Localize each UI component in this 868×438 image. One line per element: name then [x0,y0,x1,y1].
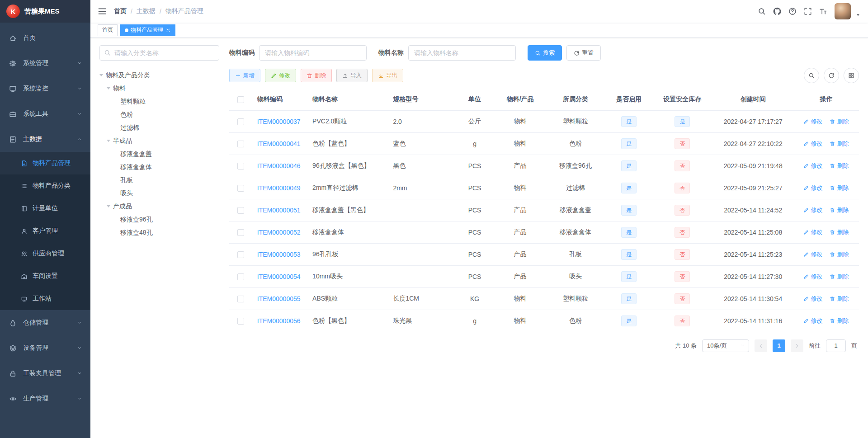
view-tag-active[interactable]: 物料产品管理 [120,24,175,36]
close-icon[interactable] [165,28,171,33]
edit-row-button[interactable]: 修改 [803,317,822,325]
row-checkbox[interactable] [237,296,244,302]
item-code-link[interactable]: ITEM00000052 [257,229,301,236]
sidebar-subitem[interactable]: 工作站 [0,287,90,310]
page-1-button[interactable]: 1 [773,339,785,352]
row-checkbox[interactable] [237,273,244,280]
tree-node[interactable]: 色粉 [99,108,219,121]
toolbar-search-button[interactable] [804,68,819,83]
user-avatar[interactable] [835,3,851,19]
delete-row-button[interactable]: 删除 [830,273,849,281]
sidebar-item[interactable]: 主数据 [0,127,90,152]
reset-button[interactable]: 重置 [566,45,601,61]
prev-page-button[interactable] [755,339,767,352]
fontsize-icon[interactable] [819,7,827,15]
question-icon[interactable] [788,7,797,15]
sidebar-item[interactable]: 生产管理 [0,386,90,411]
toolbar-grid-button[interactable] [844,68,859,83]
select-all-checkbox[interactable] [237,96,244,103]
item-code-link[interactable]: ITEM00000051 [257,207,301,214]
delete-row-button[interactable]: 删除 [830,162,849,170]
breadcrumb-item[interactable]: 首页 [114,7,127,15]
row-checkbox[interactable] [237,141,244,147]
tree-node[interactable]: 吸头 [99,187,219,200]
item-code-link[interactable]: ITEM00000056 [257,317,301,325]
github-icon[interactable] [773,7,781,15]
sidebar-item[interactable]: 首页 [0,25,90,51]
delete-row-button[interactable]: 删除 [830,295,849,303]
search-button[interactable]: 搜索 [528,45,562,61]
toolbar-refresh-button[interactable] [824,68,839,83]
edit-row-button[interactable]: 修改 [803,140,822,148]
item-code-link[interactable]: ITEM00000049 [257,184,301,192]
item-code-link[interactable]: ITEM00000054 [257,273,301,280]
delete-row-button[interactable]: 删除 [830,184,849,192]
filter-input-0[interactable] [259,45,367,61]
edit-button[interactable]: 修改 [265,69,296,82]
category-search-input[interactable] [99,45,219,61]
tree-node[interactable]: 移液盒盒盖 [99,147,219,160]
edit-row-button[interactable]: 修改 [803,228,822,236]
row-checkbox[interactable] [237,118,244,125]
sidebar-subitem-active[interactable]: 物料产品管理 [0,152,90,174]
edit-row-button[interactable]: 修改 [803,295,822,303]
tree-node[interactable]: 物料 [99,82,219,95]
plus-button[interactable]: 新增 [229,69,260,82]
sidebar-subitem[interactable]: 计量单位 [0,197,90,220]
tree-node[interactable]: 移液盒96孔 [99,213,219,226]
view-tag[interactable]: 首页 [98,24,118,36]
goto-page-input[interactable] [826,339,846,352]
sidebar-item[interactable]: 工装夹具管理 [0,361,90,386]
sidebar-item[interactable]: 系统监控 [0,76,90,101]
delete-row-button[interactable]: 删除 [830,317,849,325]
download-button[interactable]: 导出 [372,69,403,82]
filter-input-1[interactable] [408,45,516,61]
item-code-link[interactable]: ITEM00000053 [257,251,301,258]
delete-row-button[interactable]: 删除 [830,118,849,126]
edit-row-button[interactable]: 修改 [803,184,822,192]
row-checkbox[interactable] [237,185,244,192]
edit-row-button[interactable]: 修改 [803,118,822,126]
tree-expand-caret-icon[interactable] [99,73,106,78]
tree-expand-caret-icon[interactable] [107,204,113,209]
item-code-link[interactable]: ITEM00000041 [257,140,301,147]
item-code-link[interactable]: ITEM00000055 [257,295,301,302]
sidebar-item[interactable]: 仓储管理 [0,310,90,335]
delete-button[interactable]: 删除 [301,69,332,82]
sidebar-subitem[interactable]: 供应商管理 [0,242,90,265]
delete-row-button[interactable]: 删除 [830,228,849,236]
delete-row-button[interactable]: 删除 [830,140,849,148]
delete-row-button[interactable]: 删除 [830,250,849,259]
tree-node[interactable]: 产成品 [99,200,219,213]
sidebar-item[interactable]: 设备管理 [0,335,90,361]
sidebar-subitem[interactable]: 车间设置 [0,265,90,287]
sidebar-item[interactable]: 系统工具 [0,101,90,127]
tree-expand-caret-icon[interactable] [107,138,113,144]
row-checkbox[interactable] [237,251,244,258]
next-page-button[interactable] [791,339,803,352]
sidebar-subitem[interactable]: 物料产品分类 [0,174,90,197]
edit-row-button[interactable]: 修改 [803,206,822,214]
tree-node[interactable]: 移液盒48孔 [99,226,219,239]
fullscreen-icon[interactable] [804,7,812,15]
caret-down-icon[interactable] [855,12,861,18]
tree-expand-caret-icon[interactable] [107,86,113,91]
row-checkbox[interactable] [237,229,244,236]
search-icon[interactable] [758,7,766,15]
item-code-link[interactable]: ITEM00000046 [257,162,301,170]
delete-row-button[interactable]: 删除 [830,206,849,214]
sidebar-item[interactable]: 系统管理 [0,51,90,76]
row-checkbox[interactable] [237,207,244,214]
hamburger-icon[interactable] [98,7,107,16]
tree-node[interactable]: 塑料颗粒 [99,95,219,108]
tree-node[interactable]: 物料及产品分类 [99,69,219,82]
edit-row-button[interactable]: 修改 [803,250,822,259]
edit-row-button[interactable]: 修改 [803,162,822,170]
tree-node[interactable]: 半成品 [99,134,219,147]
tree-node[interactable]: 移液盒盒体 [99,160,219,174]
tree-node[interactable]: 孔板 [99,174,219,187]
row-checkbox[interactable] [237,163,244,170]
tree-node[interactable]: 过滤棉 [99,121,219,134]
sidebar-subitem[interactable]: 客户管理 [0,220,90,242]
edit-row-button[interactable]: 修改 [803,273,822,281]
